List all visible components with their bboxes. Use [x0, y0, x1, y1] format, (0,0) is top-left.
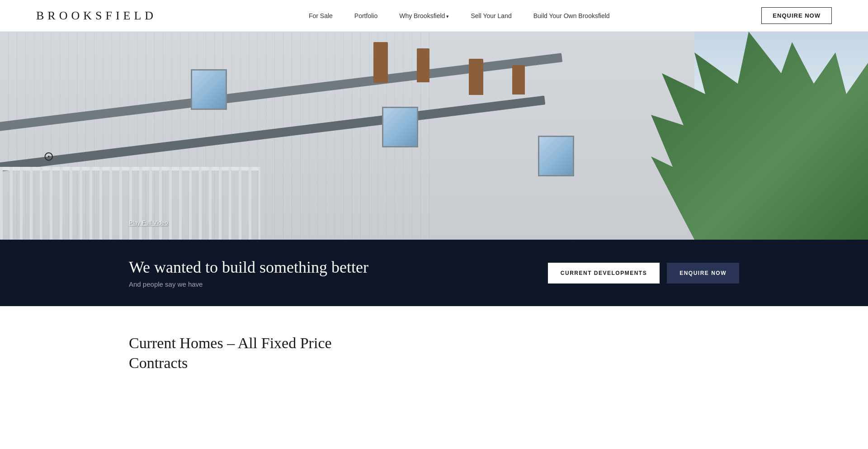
nav-item-portfolio[interactable]: Portfolio [354, 12, 377, 20]
nav-link-build-your-own[interactable]: Build Your Own Brooksfield [533, 12, 610, 19]
chimney-3 [469, 59, 483, 95]
section-title-line1: Current Homes – All Fixed Price [129, 335, 332, 351]
current-developments-button[interactable]: CURRENT DEVELOPMENTS [548, 263, 660, 284]
chimney-4 [512, 65, 525, 95]
banner-subheading: And people say we have [129, 280, 368, 288]
nav-links: For Sale Portfolio Why Brooksfield Sell … [309, 12, 610, 20]
railing-posts [0, 167, 260, 240]
banner-heading: We wanted to build something better [129, 258, 368, 277]
lamp [43, 149, 57, 167]
white-section: Current Homes – All Fixed Price Contract… [0, 306, 868, 391]
banner-buttons: CURRENT DEVELOPMENTS ENQUIRE NOW [548, 263, 739, 284]
dark-banner: We wanted to build something better And … [0, 240, 868, 306]
nav-enquire-button[interactable]: ENQUIRE NOW [761, 7, 832, 24]
window-2 [382, 107, 418, 147]
nav-link-for-sale[interactable]: For Sale [309, 12, 333, 19]
section-title: Current Homes – All Fixed Price Contract… [129, 333, 739, 373]
hero-section: Play Full Video [0, 32, 868, 240]
banner-text: We wanted to build something better And … [129, 258, 368, 288]
nav-link-why-brooksfield[interactable]: Why Brooksfield [399, 12, 449, 19]
section-title-line2: Contracts [129, 354, 188, 371]
window-1 [191, 69, 227, 110]
play-full-video-link[interactable]: Play Full Video [129, 219, 168, 226]
nav-item-why-brooksfield[interactable]: Why Brooksfield [399, 12, 449, 20]
chimney-1 [373, 42, 388, 83]
enquire-now-button[interactable]: ENQUIRE NOW [667, 263, 739, 284]
chimney-2 [417, 48, 429, 82]
navbar: BROOKSFIELD For Sale Portfolio Why Brook… [0, 0, 868, 32]
window-3 [538, 136, 574, 176]
railing [0, 167, 260, 240]
nav-item-build-your-own[interactable]: Build Your Own Brooksfield [533, 12, 610, 20]
brand-logo[interactable]: BROOKSFIELD [36, 9, 157, 23]
nav-item-sell-your-land[interactable]: Sell Your Land [471, 12, 511, 20]
nav-link-portfolio[interactable]: Portfolio [354, 12, 377, 19]
nav-link-sell-your-land[interactable]: Sell Your Land [471, 12, 511, 19]
nav-item-for-sale[interactable]: For Sale [309, 12, 333, 20]
hero-image [0, 32, 868, 240]
